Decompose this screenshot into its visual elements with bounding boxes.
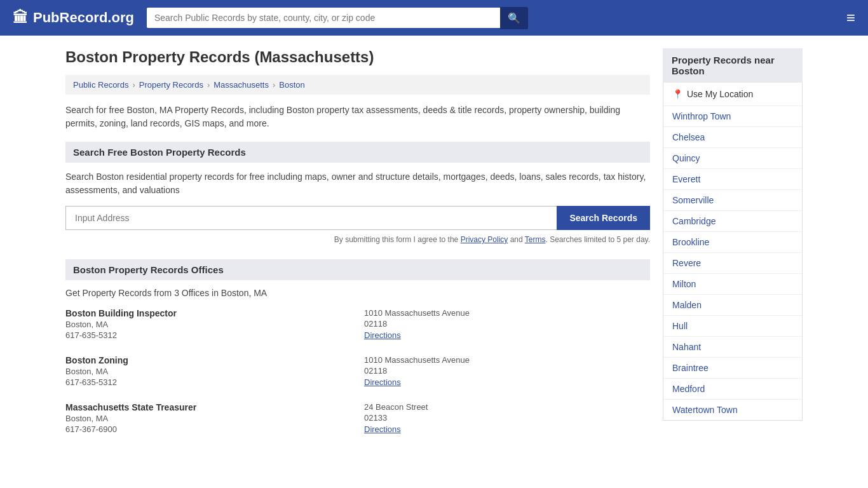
sidebar-link-hull[interactable]: Hull	[663, 316, 802, 337]
hamburger-menu-button[interactable]: ≡	[846, 9, 855, 27]
office-row-3: Massachusetts State Treasurer Boston, MA…	[65, 402, 650, 434]
form-disclaimer: By submitting this form I agree to the P…	[65, 235, 650, 244]
office-right-1: 1010 Massachusetts Avenue 02118 Directio…	[364, 308, 650, 340]
breadcrumb-sep-3: ›	[273, 80, 275, 90]
office-entry-2: Boston Zoning Boston, MA 617-635-5312 10…	[65, 355, 650, 387]
office-name-3: Massachusetts State Treasurer	[65, 402, 351, 412]
search-section: Search Free Boston Property Records Sear…	[65, 142, 650, 244]
logo-text: PubRecord.org	[33, 10, 134, 26]
office-phone-3: 617-367-6900	[65, 424, 351, 434]
sidebar-link-milton[interactable]: Milton	[663, 274, 802, 295]
offices-section: Boston Property Records Offices Get Prop…	[65, 259, 650, 434]
office-zip-1: 02118	[364, 319, 650, 329]
logo-icon: 🏛	[13, 9, 28, 27]
breadcrumb-link-public-records[interactable]: Public Records	[73, 80, 128, 90]
sidebar-link-somerville[interactable]: Somerville	[663, 190, 802, 211]
sidebar-link-medford[interactable]: Medford	[663, 379, 802, 400]
sidebar-link-winthrop[interactable]: Winthrop Town	[663, 106, 802, 127]
use-my-location-label: Use My Location	[687, 89, 753, 99]
sidebar: Property Records near Boston 📍 Use My Lo…	[663, 48, 803, 449]
sidebar-content: 📍 Use My Location Winthrop Town Chelsea …	[663, 83, 803, 421]
office-address-3: 24 Beacon Street	[364, 402, 650, 412]
sidebar-link-nahant[interactable]: Nahant	[663, 337, 802, 358]
use-my-location-button[interactable]: 📍 Use My Location	[663, 83, 802, 106]
office-left-2: Boston Zoning Boston, MA 617-635-5312	[65, 355, 351, 387]
office-left-1: Boston Building Inspector Boston, MA 617…	[65, 308, 351, 340]
office-phone-2: 617-635-5312	[65, 377, 351, 387]
office-name-1: Boston Building Inspector	[65, 308, 351, 318]
directions-link-3[interactable]: Directions	[364, 424, 401, 434]
office-zip-3: 02133	[364, 413, 650, 423]
offices-description: Get Property Records from 3 Offices in B…	[65, 288, 650, 298]
sidebar-link-everett[interactable]: Everett	[663, 169, 802, 190]
office-phone-1: 617-635-5312	[65, 330, 351, 340]
sidebar-header: Property Records near Boston	[663, 48, 803, 83]
breadcrumb-link-property-records[interactable]: Property Records	[139, 80, 203, 90]
logo[interactable]: 🏛 PubRecord.org	[13, 9, 134, 27]
breadcrumb-sep-2: ›	[207, 80, 210, 90]
content-area: Boston Property Records (Massachusetts) …	[65, 48, 650, 449]
office-city-1: Boston, MA	[65, 320, 351, 329]
header-search-input[interactable]	[147, 8, 500, 28]
search-icon: 🔍	[508, 13, 520, 24]
office-row-1: Boston Building Inspector Boston, MA 617…	[65, 308, 650, 340]
terms-link[interactable]: Terms	[525, 235, 546, 244]
location-pin-icon: 📍	[672, 89, 683, 99]
office-address-1: 1010 Massachusetts Avenue	[364, 308, 650, 318]
search-section-header: Search Free Boston Property Records	[65, 142, 650, 163]
office-entry-3: Massachusetts State Treasurer Boston, MA…	[65, 402, 650, 434]
office-left-3: Massachusetts State Treasurer Boston, MA…	[65, 402, 351, 434]
office-address-2: 1010 Massachusetts Avenue	[364, 355, 650, 365]
office-zip-2: 02118	[364, 366, 650, 376]
main-container: Boston Property Records (Massachusetts) …	[53, 36, 815, 462]
sidebar-link-brookline[interactable]: Brookline	[663, 232, 802, 253]
breadcrumb-link-boston[interactable]: Boston	[279, 80, 304, 90]
limit-text: . Searches limited to 5 per day.	[545, 235, 650, 244]
header-search-form: 🔍	[147, 7, 528, 29]
sidebar-link-braintree[interactable]: Braintree	[663, 358, 802, 379]
sidebar-link-cambridge[interactable]: Cambridge	[663, 211, 802, 232]
office-name-2: Boston Zoning	[65, 355, 351, 365]
disclaimer-text: By submitting this form I agree to the	[334, 235, 461, 244]
header-search-button[interactable]: 🔍	[500, 7, 528, 29]
search-records-button[interactable]: Search Records	[557, 206, 650, 230]
office-city-3: Boston, MA	[65, 414, 351, 423]
offices-section-header: Boston Property Records Offices	[65, 259, 650, 280]
privacy-policy-link[interactable]: Privacy Policy	[461, 235, 508, 244]
sidebar-link-revere[interactable]: Revere	[663, 253, 802, 274]
breadcrumb-sep-1: ›	[132, 80, 135, 90]
office-row-2: Boston Zoning Boston, MA 617-635-5312 10…	[65, 355, 650, 387]
office-right-3: 24 Beacon Street 02133 Directions	[364, 402, 650, 434]
sidebar-link-chelsea[interactable]: Chelsea	[663, 127, 802, 148]
site-header: 🏛 PubRecord.org 🔍 ≡	[0, 0, 868, 36]
page-title: Boston Property Records (Massachusetts)	[65, 48, 650, 66]
and-text: and	[508, 235, 524, 244]
directions-link-2[interactable]: Directions	[364, 377, 401, 387]
sidebar-link-malden[interactable]: Malden	[663, 295, 802, 316]
breadcrumb-link-massachusetts[interactable]: Massachusetts	[214, 80, 269, 90]
office-city-2: Boston, MA	[65, 367, 351, 376]
sidebar-link-quincy[interactable]: Quincy	[663, 148, 802, 169]
page-description: Search for free Boston, MA Property Reco…	[65, 104, 650, 130]
breadcrumb: Public Records › Property Records › Mass…	[65, 75, 650, 95]
search-description: Search Boston residential property recor…	[65, 170, 650, 197]
office-entry-1: Boston Building Inspector Boston, MA 617…	[65, 308, 650, 340]
address-form: Search Records	[65, 206, 650, 230]
directions-link-1[interactable]: Directions	[364, 330, 401, 340]
office-right-2: 1010 Massachusetts Avenue 02118 Directio…	[364, 355, 650, 387]
address-input[interactable]	[65, 206, 557, 230]
sidebar-link-watertown[interactable]: Watertown Town	[663, 400, 802, 420]
